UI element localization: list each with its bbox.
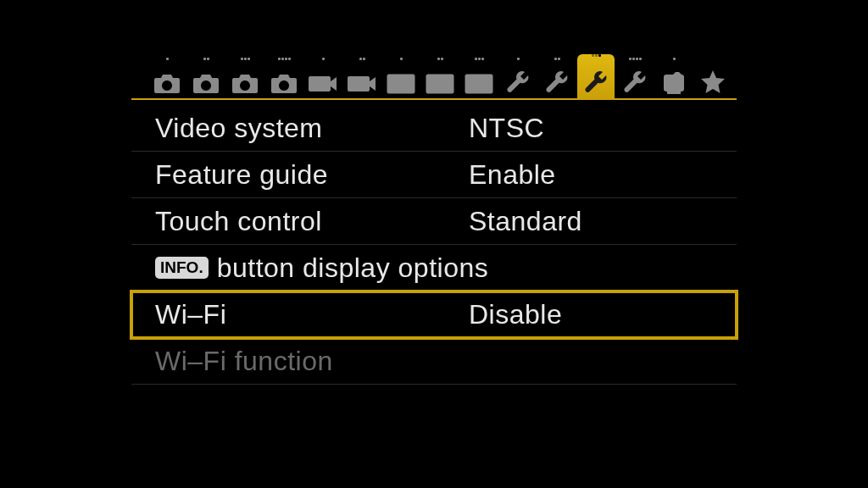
tab-wrench-1[interactable] bbox=[499, 58, 537, 98]
tab-movie-1[interactable] bbox=[304, 58, 342, 98]
tab-play-1[interactable] bbox=[382, 58, 420, 98]
menu-item-label: Wi–Fi bbox=[155, 299, 469, 330]
tab-custom-1[interactable] bbox=[655, 58, 693, 98]
menu-item-touch-control[interactable]: Touch controlStandard bbox=[131, 198, 737, 245]
menu-item-label-text: Wi–Fi function bbox=[155, 346, 333, 377]
menu-item-button-display-options[interactable]: INFO.button display options bbox=[131, 245, 737, 291]
play-icon bbox=[426, 73, 454, 95]
tab-play-3[interactable] bbox=[460, 58, 498, 98]
menu-item-label: Video system bbox=[155, 113, 469, 144]
tab-star-[interactable] bbox=[694, 58, 732, 98]
custom-icon bbox=[661, 71, 687, 95]
wrench-icon bbox=[505, 69, 531, 95]
menu-item-label-text: Feature guide bbox=[155, 159, 328, 191]
wrench-icon bbox=[622, 69, 648, 95]
menu-item-label: INFO.button display options bbox=[155, 252, 488, 284]
menu-list: Video systemNTSCFeature guideEnableTouch… bbox=[131, 105, 737, 385]
menu-item-value: Enable bbox=[469, 159, 737, 191]
tab-wrench-2[interactable] bbox=[538, 58, 576, 98]
movie-icon bbox=[347, 73, 377, 95]
menu-item-label: Feature guide bbox=[155, 159, 469, 191]
menu-item-label-text: button display options bbox=[217, 252, 489, 284]
tab-wrench-4[interactable] bbox=[616, 58, 654, 98]
wrench-icon bbox=[583, 69, 609, 95]
menu-item-wi-fi[interactable]: Wi–FiDisable bbox=[131, 291, 737, 338]
star-icon bbox=[699, 69, 726, 95]
svg-rect-3 bbox=[667, 91, 681, 94]
menu-item-value: Disable bbox=[469, 299, 737, 330]
movie-icon bbox=[308, 73, 338, 95]
menu-item-label-text: Video system bbox=[155, 113, 323, 144]
menu-item-video-system[interactable]: Video systemNTSC bbox=[131, 105, 737, 152]
play-icon bbox=[465, 73, 493, 95]
menu-item-label: Wi–Fi function bbox=[155, 346, 469, 377]
camera-icon bbox=[153, 73, 181, 95]
tab-camera-2[interactable] bbox=[187, 58, 225, 98]
camera-icon bbox=[231, 73, 259, 95]
menu-tabs bbox=[131, 53, 737, 98]
menu-item-feature-guide[interactable]: Feature guideEnable bbox=[131, 152, 737, 198]
tab-camera-1[interactable] bbox=[148, 58, 186, 98]
camera-icon bbox=[192, 73, 220, 95]
play-icon bbox=[387, 73, 415, 95]
tab-camera-4[interactable] bbox=[265, 58, 303, 98]
menu-item-label-text: Wi–Fi bbox=[155, 299, 226, 330]
tab-divider bbox=[131, 98, 737, 100]
menu-item-value: NTSC bbox=[469, 113, 737, 144]
menu-item-value: Standard bbox=[469, 206, 737, 237]
info-badge: INFO. bbox=[155, 257, 209, 279]
wrench-icon bbox=[544, 69, 570, 95]
tab-wrench-3[interactable] bbox=[577, 54, 615, 98]
tab-camera-3[interactable] bbox=[226, 58, 264, 98]
tab-movie-2[interactable] bbox=[343, 58, 381, 98]
menu-item-wi-fi-function: Wi–Fi function bbox=[131, 338, 737, 385]
camera-icon bbox=[270, 73, 298, 95]
camera-menu-screen: Video systemNTSCFeature guideEnableTouch… bbox=[131, 53, 737, 385]
menu-item-label: Touch control bbox=[155, 206, 469, 237]
menu-item-label-text: Touch control bbox=[155, 206, 322, 237]
tab-play-2[interactable] bbox=[421, 58, 459, 98]
